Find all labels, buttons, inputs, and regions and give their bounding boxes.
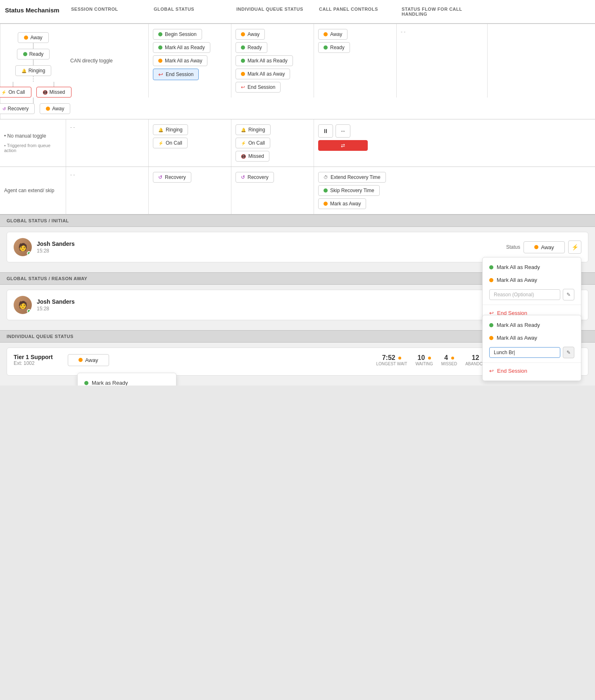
end-session-button[interactable]: ↩ End Session <box>153 69 199 80</box>
dropdown-end-session-2[interactable]: ↩ End Session <box>483 364 581 377</box>
branch-line-1 <box>13 82 13 87</box>
dropdown-menu-2: Mark All as Ready Mark All as Away ✎ ↩ E… <box>482 315 581 381</box>
recovery-icon-q: ↺ <box>241 174 245 180</box>
session-control-row2: - - <box>66 119 149 167</box>
oncall-btn-queue[interactable]: ⚡ On Call <box>236 138 270 148</box>
status-away-dot-1 <box>534 245 538 249</box>
oncall-red-button[interactable]: ⇄ <box>318 140 368 151</box>
flow-away: Away <box>18 32 48 43</box>
flow-recovery-icon: ↺ <box>2 107 6 111</box>
call-panel-row2: ⏸ ↔ ⇄ <box>314 119 397 167</box>
recovery-btn-queue[interactable]: ↺ Recovery <box>236 172 274 183</box>
ringing-btn-global[interactable]: 🔔 Ringing <box>153 124 188 135</box>
row1-label: CAN directly toggle <box>66 24 149 98</box>
dropdown-mark-away-1[interactable]: Mark All as Away <box>483 274 581 286</box>
row3-label: Agent can extend/ skip <box>0 167 66 214</box>
individual-queue-row1: Away Ready <box>314 24 397 98</box>
begin-session-button[interactable]: Begin Session <box>153 29 202 40</box>
flow-branch-2: ↺ Recovery Away <box>0 103 70 114</box>
agent-info-1: Josh Sanders 15:28 <box>37 240 501 254</box>
away-btn-queue[interactable]: Away <box>318 29 347 40</box>
mark-all-ready-global[interactable]: Mark All as Ready <box>236 55 293 66</box>
recovery-btn-global[interactable]: ↺ Recovery <box>153 172 191 183</box>
stat-dot-wait <box>398 357 401 360</box>
agent-info-2: Josh Sanders 15:28 <box>37 298 501 312</box>
col-individual-queue: INDIVIDUAL QUEUE STATUS <box>231 4 314 19</box>
ringing-icon-q: 🔔 <box>241 128 246 132</box>
dropdown-menu-1: Mark All as Ready Mark All as Away ✎ ↩ E… <box>482 257 581 323</box>
agent-time-2: 15:28 <box>37 306 501 312</box>
mark-away-button[interactable]: Mark as Away <box>318 198 366 209</box>
mark-ready-icon-g <box>241 59 245 63</box>
mark-away-dot <box>324 202 328 206</box>
away-dot-queue <box>324 32 328 36</box>
flow-arrow-3 <box>33 98 33 103</box>
queue-status-dot <box>79 358 83 362</box>
col-session-control: SESSION CONTROL <box>66 4 149 19</box>
flow-oncall-icon: ⚡ <box>1 90 6 95</box>
reason-row-2: ✎ <box>483 344 581 361</box>
agent-avatar-2: 🧑 <box>14 296 32 314</box>
mark-all-away-button-session[interactable]: Mark All as Away <box>153 55 207 66</box>
pause-button[interactable]: ⏸ <box>318 124 333 138</box>
divider-1 <box>483 305 581 305</box>
stat-waiting: 10 Waiting <box>415 354 433 366</box>
flow-dashed <box>33 76 33 82</box>
ready-dot-global <box>241 45 245 50</box>
dropdown-mark-ready-1[interactable]: Mark All as Ready <box>483 261 581 274</box>
ready-icon-session <box>158 45 162 50</box>
page-title: Status Mechanism <box>0 4 66 19</box>
flow-missed: 📵 Missed <box>36 87 71 98</box>
mark-all-ready-button-session[interactable]: Mark All as Ready <box>153 42 210 53</box>
row-no-toggle: • No manual toggle • Triggered from queu… <box>0 119 595 167</box>
flow-away2-dot <box>46 107 50 111</box>
status-label-1: Status <box>506 244 520 250</box>
call-panel-row1: - - <box>397 24 488 98</box>
queue-mark-ready[interactable]: Mark as Ready <box>78 376 176 386</box>
queue-name-info: Tier 1 Support Ext: 1002 <box>14 354 53 366</box>
missed-icon-q: 📵 <box>241 154 246 159</box>
reason-row-1: ✎ <box>483 286 581 303</box>
reason-input-1[interactable] <box>489 289 560 300</box>
reason-edit-btn-1[interactable]: ✎ <box>563 289 574 300</box>
global-status-row3: ↺ Recovery <box>149 167 231 214</box>
agent-online-dot-1 <box>27 251 31 255</box>
ready-btn-global[interactable]: Ready <box>236 42 267 53</box>
extend-recovery-button[interactable]: ⏱ Extend Recovery Time <box>318 172 386 183</box>
end-session-global[interactable]: ↩ End Session <box>236 82 281 93</box>
flow-ringing: 🔔 Ringing <box>15 65 52 76</box>
stat-dot-waiting <box>428 357 431 360</box>
reason-input-2[interactable] <box>489 347 560 358</box>
ringing-btn-queue[interactable]: 🔔 Ringing <box>236 124 271 135</box>
agent-online-dot-2 <box>27 309 31 313</box>
skip-recovery-button[interactable]: Skip Recovery Time <box>318 185 380 196</box>
flow-ready-dot <box>23 52 27 56</box>
dropdown-mark-away-2[interactable]: Mark All as Away <box>483 331 581 344</box>
away-icon-session <box>158 59 162 63</box>
mark-all-away-global[interactable]: Mark All as Away <box>236 69 290 79</box>
oncall-btn-global[interactable]: ⚡ On Call <box>153 138 188 148</box>
agent-status-button-1[interactable]: Away <box>524 241 565 253</box>
arrows-button[interactable]: ↔ <box>336 124 350 138</box>
agent-name-2: Josh Sanders <box>37 298 501 305</box>
oncall-icon-q: ⚡ <box>241 141 246 145</box>
flow-branch-missed: 📵 Missed <box>36 82 71 98</box>
call-panel-row3: ⏱ Extend Recovery Time Skip Recovery Tim… <box>314 167 397 214</box>
away-btn-global[interactable]: Away <box>236 29 265 40</box>
dropdown-mark-ready-2[interactable]: Mark All as Ready <box>483 319 581 331</box>
end-session-icon-g: ↩ <box>241 84 245 90</box>
queue-status-button[interactable]: Away <box>68 354 109 366</box>
missed-btn-queue[interactable]: 📵 Missed <box>236 151 269 162</box>
flow-ready: Ready <box>17 49 50 60</box>
col-call-panel: CALL PANEL CONTROLS <box>314 4 397 19</box>
call-panel-controls: ⏸ ↔ <box>318 124 393 138</box>
end-session-icon-d2: ↩ <box>489 368 494 374</box>
agent-time-1: 15:28 <box>37 248 501 254</box>
transfer-icon: ⇄ <box>341 143 345 148</box>
agent-status-area-1: Status Away ⚡ <box>506 240 581 254</box>
global-initial-section: GLOBAL STATUS / INITIAL 🧑 Josh Sanders 1… <box>0 214 595 272</box>
section-header-global-initial: GLOBAL STATUS / INITIAL <box>0 214 595 227</box>
lightning-button-1[interactable]: ⚡ <box>568 240 581 254</box>
reason-edit-btn-2[interactable]: ✎ <box>563 347 574 358</box>
ready-btn-queue[interactable]: Ready <box>318 42 350 53</box>
